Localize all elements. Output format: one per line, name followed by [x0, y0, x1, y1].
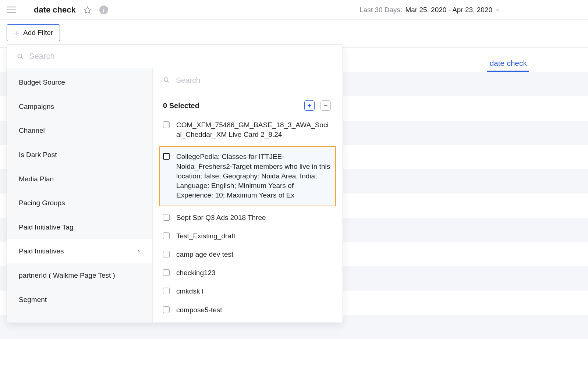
- search-icon: [17, 53, 24, 60]
- filter-category-label: partnerId ( Walkme Page Test ): [19, 271, 115, 280]
- filter-category-pane: Budget SourceCampaignsChannelIs Dark Pos…: [7, 68, 153, 323]
- filter-value-item[interactable]: cmkdsk l: [161, 282, 334, 301]
- svg-line-2: [21, 57, 23, 58]
- filter-value-item[interactable]: camp age dev test: [161, 245, 334, 264]
- checkbox[interactable]: [163, 214, 170, 221]
- filter-value-item[interactable]: compose5-test: [161, 301, 334, 319]
- filter-category-label: Campaigns: [19, 102, 54, 111]
- include-button[interactable]: +: [304, 100, 315, 111]
- filter-value-label: Sept Spr Q3 Ads 2018 Three: [176, 213, 332, 223]
- filter-values-pane: 0 Selected + − COM_XFM_75486_GM_BASE_18_…: [153, 68, 343, 323]
- filter-popover: Budget SourceCampaignsChannelIs Dark Pos…: [7, 44, 343, 323]
- filter-value-label: checking123: [176, 268, 332, 278]
- top-bar: date check i Last 30 Days: Mar 25, 2020 …: [0, 0, 588, 20]
- filter-category-item[interactable]: Segment: [7, 288, 152, 312]
- filter-value-label: camp age dev test: [176, 250, 332, 259]
- filter-category-label: Media Plan: [19, 174, 54, 184]
- daterange-picker[interactable]: Last 30 Days: Mar 25, 2020 - Apr 23, 202…: [359, 6, 500, 14]
- filter-category-item[interactable]: Pacing Groups: [7, 191, 152, 215]
- search-icon: [163, 77, 170, 83]
- values-search-input[interactable]: [176, 76, 332, 85]
- filter-category-item[interactable]: Budget Source: [7, 70, 152, 95]
- filter-category-item[interactable]: Is Dark Post: [7, 143, 152, 167]
- table-row: [0, 339, 588, 363]
- filter-value-item[interactable]: COM_XFM_75486_GM_BASE_18_3_AWA_Social_Ch…: [161, 116, 334, 144]
- filter-value-label: CollegePedia: Classes for ITTJEE-Noida_F…: [176, 152, 332, 200]
- popover-body: Budget SourceCampaignsChannelIs Dark Pos…: [7, 68, 343, 323]
- filter-value-item[interactable]: checking123: [161, 264, 334, 282]
- filter-category-item[interactable]: Paid Initiative Tag: [7, 215, 152, 239]
- filter-value-label: compose5-test: [176, 305, 332, 315]
- checkbox[interactable]: [163, 306, 170, 313]
- filter-category-label: Is Dark Post: [19, 150, 57, 160]
- filter-category-label: Paid Initiative Tag: [19, 223, 74, 232]
- exclude-button[interactable]: −: [320, 100, 331, 111]
- selected-count: 0 Selected: [163, 102, 199, 110]
- filter-category-item[interactable]: Media Plan: [7, 167, 152, 191]
- svg-line-4: [167, 81, 169, 82]
- checkbox[interactable]: [163, 269, 170, 276]
- svg-marker-0: [84, 7, 91, 13]
- filter-values-list: COM_XFM_75486_GM_BASE_18_3_AWA_Social_Ch…: [153, 116, 343, 323]
- filter-category-label: Budget Source: [19, 78, 65, 87]
- page-title: date check: [34, 5, 76, 15]
- filter-value-label: COM_XFM_75486_GM_BASE_18_3_AWA_Social_Ch…: [176, 120, 332, 139]
- checkbox[interactable]: [163, 121, 170, 128]
- filter-category-label: Segment: [19, 295, 47, 305]
- star-icon[interactable]: [83, 6, 92, 14]
- filter-category-item[interactable]: Paid Initiatives: [7, 239, 152, 263]
- filter-category-item[interactable]: Channel: [7, 118, 152, 143]
- selected-header: 0 Selected + −: [153, 92, 343, 116]
- popover-search-outer: [7, 45, 343, 68]
- filter-category-item[interactable]: partnerId ( Walkme Page Test ): [7, 263, 152, 288]
- popover-search-input[interactable]: [29, 51, 333, 61]
- filter-category-label: Channel: [19, 126, 45, 135]
- filter-value-item[interactable]: CollegePedia: Classes for ITTJEE-Noida_F…: [159, 146, 336, 206]
- tab-label: date check: [489, 59, 527, 67]
- chevron-down-icon: [495, 7, 500, 13]
- add-filter-button[interactable]: ＋ Add Filter: [7, 24, 60, 41]
- daterange-value: Mar 25, 2020 - Apr 23, 2020: [405, 6, 492, 14]
- filter-value-label: cmkdsk l: [176, 287, 332, 296]
- tab-date-check[interactable]: date check: [487, 59, 529, 72]
- add-filter-label: Add Filter: [23, 29, 53, 37]
- checkbox[interactable]: [163, 251, 170, 257]
- filter-bar: ＋ Add Filter: [0, 20, 588, 48]
- filter-category-label: Pacing Groups: [19, 198, 65, 208]
- checkbox[interactable]: [163, 288, 170, 294]
- plus-icon: ＋: [14, 29, 20, 36]
- menu-icon[interactable]: [7, 7, 16, 13]
- svg-point-1: [18, 54, 22, 58]
- filter-value-label: Test_Existing_draft: [176, 231, 332, 241]
- daterange-label: Last 30 Days:: [359, 6, 402, 14]
- filter-value-item[interactable]: Test_Existing_draft: [161, 227, 334, 245]
- checkbox[interactable]: [163, 153, 170, 160]
- filter-category-item[interactable]: Campaigns: [7, 95, 152, 119]
- filter-category-label: Paid Initiatives: [19, 246, 64, 256]
- filter-value-item[interactable]: Sept Spr Q3 Ads 2018 Three: [161, 209, 334, 227]
- chevron-right-icon: [137, 249, 141, 254]
- values-search: [153, 68, 343, 92]
- info-icon[interactable]: i: [99, 6, 108, 14]
- checkbox[interactable]: [163, 232, 170, 239]
- svg-point-3: [164, 78, 168, 81]
